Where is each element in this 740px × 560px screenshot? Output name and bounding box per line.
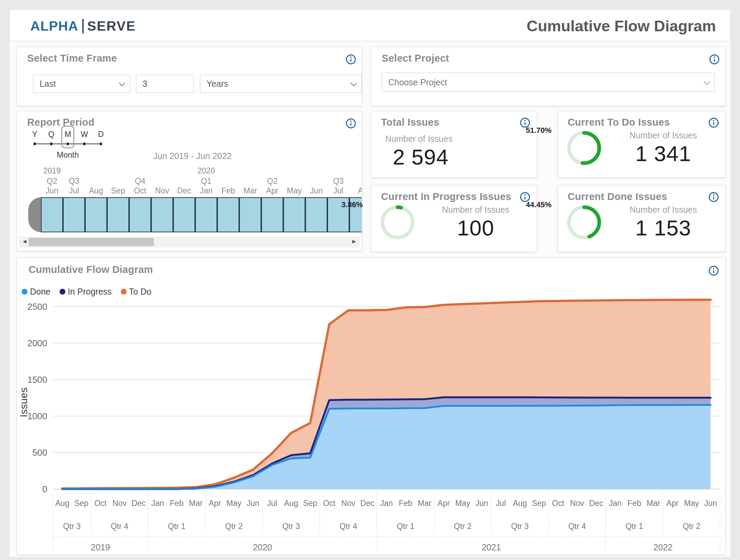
kpi-value: 1 341 (635, 141, 691, 166)
x-quarter-label: Qtr 4 (339, 522, 357, 531)
x-month-label: Mar (647, 499, 660, 508)
kpi-done-issues-card: Current Done Issues 44.45% Number of Iss… (558, 185, 726, 252)
info-icon[interactable] (346, 54, 356, 65)
kpi-title: Total Issues (381, 117, 439, 128)
x-quarter-label: Qtr 2 (454, 522, 472, 531)
timeline-cell[interactable] (217, 197, 239, 232)
timeline-cell[interactable] (173, 197, 195, 232)
y-axis-title: Issues (18, 388, 29, 418)
x-month-label: Dec (131, 499, 146, 508)
timeline-cell[interactable] (283, 197, 305, 232)
timeline-cell[interactable] (305, 197, 327, 232)
x-month-label: Oct (323, 499, 336, 508)
y-tick-label: 2000 (27, 338, 47, 348)
x-month-label: Feb (399, 499, 412, 508)
kpi-metric-label: Number of Issues (385, 134, 453, 144)
kpi-title: Current Done Issues (568, 191, 667, 202)
cfd-chart-panel: 05001000150020002500AugSepOctNovDecJanFe… (17, 257, 726, 555)
timeline-cell[interactable] (129, 197, 151, 232)
x-year-label: 2020 (253, 542, 272, 552)
x-month-label: Oct (552, 499, 564, 508)
x-month-label: Sep (532, 499, 546, 508)
logo-serve-text: SERVE (87, 19, 136, 34)
timeline-cell[interactable] (41, 197, 63, 232)
timeline-cell[interactable] (85, 197, 107, 232)
x-month-label: Mar (418, 499, 432, 508)
project-panel: Select Project Choose Project (371, 47, 726, 106)
done-percent-donut (565, 203, 603, 242)
x-year-label: 2019 (91, 542, 110, 552)
kpi-title: Current To Do Issues (568, 117, 670, 128)
x-month-label: Jul (267, 499, 277, 508)
y-tick-label: 0 (42, 484, 47, 494)
x-month-label: Sep (303, 499, 317, 508)
x-month-label: May (684, 499, 699, 508)
x-month-label: Jan (151, 499, 164, 508)
timeframe-unit-select[interactable]: Years (200, 75, 362, 93)
project-select[interactable]: Choose Project (382, 73, 715, 92)
timeline-cell[interactable] (195, 197, 217, 232)
kpi-total-issues-card: Total Issues Number of Issues 2 594 (371, 111, 537, 178)
x-month-label: Aug (55, 499, 70, 508)
x-month-label: Oct (94, 499, 107, 508)
y-tick-label: 1500 (27, 374, 47, 385)
kpi-metric-label: Number of Issues (442, 205, 509, 215)
x-month-label: Dec (589, 499, 603, 508)
x-month-label: Aug (513, 499, 527, 508)
done-legend-dot (22, 289, 28, 295)
x-month-label: May (455, 499, 471, 508)
timeline-cell[interactable] (151, 197, 173, 232)
timeline-cell[interactable] (261, 197, 283, 232)
x-quarter-label: Qtr 4 (111, 522, 128, 531)
x-month-label: Apr (666, 499, 679, 508)
timeline-quarter-label: Q3 (60, 177, 88, 186)
info-icon[interactable] (709, 54, 720, 65)
timeframe-mode-select[interactable]: Last (33, 75, 130, 93)
inprogress-legend-dot (60, 289, 65, 295)
x-quarter-label: Qtr 3 (282, 522, 300, 531)
timeframe-count-input[interactable] (136, 75, 194, 93)
scroll-left-icon[interactable]: ◄ (22, 238, 28, 245)
x-month-label: Apr (209, 499, 221, 508)
legend-label: In Progress (68, 287, 112, 297)
x-year-label: 2021 (482, 542, 501, 552)
legend-item-inprogress[interactable]: In Progress (60, 287, 112, 297)
info-icon[interactable] (708, 265, 719, 276)
y-tick-label: 500 (32, 447, 47, 458)
cfd-title: Cumulative Flow Diagram (29, 264, 153, 275)
x-month-label: Mar (189, 499, 203, 508)
alpha-serve-logo: ALPHA SERVE (30, 19, 136, 34)
x-month-label: Dec (360, 499, 374, 508)
timeline-cell[interactable] (63, 197, 85, 232)
x-month-label: Apr (437, 499, 450, 508)
project-placeholder: Choose Project (388, 77, 447, 87)
scrollbar-thumb[interactable] (29, 238, 154, 246)
legend-item-todo[interactable]: To Do (121, 287, 151, 297)
kpi-value: 100 (457, 215, 494, 240)
legend-label: To Do (129, 287, 151, 297)
timeline-quarter-label: Q4 (126, 177, 154, 186)
scroll-right-icon[interactable]: ► (351, 238, 357, 245)
x-month-label: Nov (341, 499, 356, 508)
inprogress-percent-donut (378, 203, 417, 242)
done-area[interactable] (62, 405, 711, 489)
kpi-metric-label: Number of Issues (630, 205, 697, 215)
x-month-label: Aug (284, 499, 298, 508)
time-frame-panel: Select Time Frame Last Years (17, 47, 362, 106)
legend-item-done[interactable]: Done (22, 287, 51, 297)
info-icon[interactable] (708, 192, 719, 202)
chevron-down-icon (350, 80, 357, 86)
timeline-scrollbar[interactable]: ◄ ► (19, 236, 360, 247)
x-month-label: May (226, 499, 242, 508)
info-icon[interactable] (708, 117, 719, 128)
timeline-cell[interactable] (239, 197, 261, 232)
cfd-chart[interactable]: 05001000150020002500AugSepOctNovDecJanFe… (17, 258, 725, 554)
y-tick-label: 1000 (27, 411, 47, 421)
donut-percent-label: 44.45% (519, 186, 558, 224)
donut-percent-label: 51.70% (519, 111, 558, 150)
timeline-cell[interactable] (107, 197, 129, 232)
x-quarter-label: Qtr 3 (511, 522, 529, 531)
report-period-timeline[interactable]: 20192020Q2Q3Q4Q1Q2Q3JunJulAugSepOctNovDe… (17, 111, 362, 239)
x-quarter-label: Qtr 1 (625, 522, 643, 531)
legend-label: Done (30, 287, 51, 297)
